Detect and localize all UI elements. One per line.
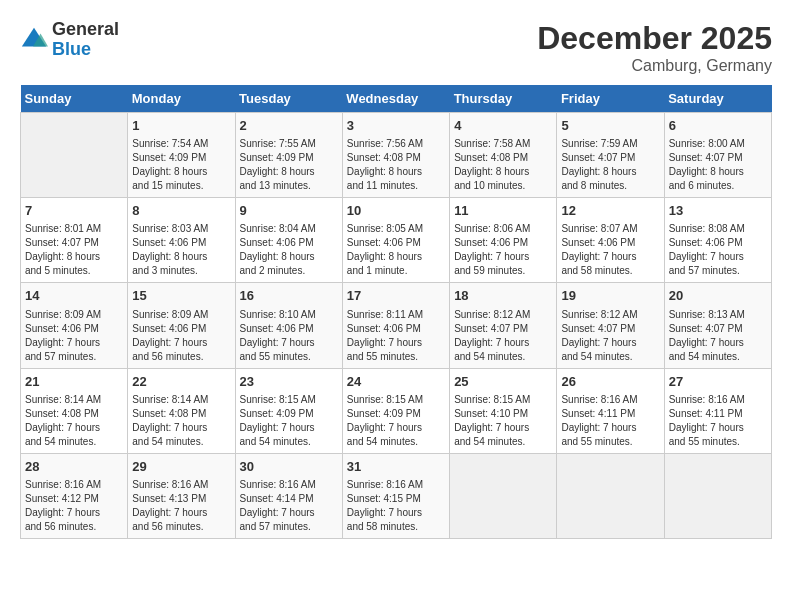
calendar-cell: 16Sunrise: 8:10 AMSunset: 4:06 PMDayligh… (235, 283, 342, 368)
day-info: Sunrise: 7:58 AMSunset: 4:08 PMDaylight:… (454, 137, 552, 193)
calendar-cell: 22Sunrise: 8:14 AMSunset: 4:08 PMDayligh… (128, 368, 235, 453)
day-info: Sunrise: 8:10 AMSunset: 4:06 PMDaylight:… (240, 308, 338, 364)
day-info: Sunrise: 7:55 AMSunset: 4:09 PMDaylight:… (240, 137, 338, 193)
day-number: 26 (561, 373, 659, 391)
calendar-header-cell: Thursday (450, 85, 557, 113)
calendar-cell: 26Sunrise: 8:16 AMSunset: 4:11 PMDayligh… (557, 368, 664, 453)
day-number: 27 (669, 373, 767, 391)
day-info: Sunrise: 8:07 AMSunset: 4:06 PMDaylight:… (561, 222, 659, 278)
calendar-cell: 2Sunrise: 7:55 AMSunset: 4:09 PMDaylight… (235, 113, 342, 198)
logo-icon (20, 26, 48, 54)
day-number: 8 (132, 202, 230, 220)
calendar-cell: 20Sunrise: 8:13 AMSunset: 4:07 PMDayligh… (664, 283, 771, 368)
calendar-cell: 10Sunrise: 8:05 AMSunset: 4:06 PMDayligh… (342, 198, 449, 283)
calendar-header-cell: Sunday (21, 85, 128, 113)
logo-line2: Blue (52, 40, 119, 60)
calendar-header-cell: Monday (128, 85, 235, 113)
calendar-header-cell: Saturday (664, 85, 771, 113)
location: Camburg, Germany (537, 57, 772, 75)
day-number: 3 (347, 117, 445, 135)
header: General Blue December 2025 Camburg, Germ… (20, 20, 772, 75)
month-title: December 2025 (537, 20, 772, 57)
day-info: Sunrise: 8:14 AMSunset: 4:08 PMDaylight:… (132, 393, 230, 449)
logo: General Blue (20, 20, 119, 60)
day-number: 31 (347, 458, 445, 476)
calendar-table: SundayMondayTuesdayWednesdayThursdayFrid… (20, 85, 772, 539)
day-number: 12 (561, 202, 659, 220)
day-number: 30 (240, 458, 338, 476)
day-number: 9 (240, 202, 338, 220)
day-info: Sunrise: 8:16 AMSunset: 4:11 PMDaylight:… (561, 393, 659, 449)
day-info: Sunrise: 8:04 AMSunset: 4:06 PMDaylight:… (240, 222, 338, 278)
day-number: 24 (347, 373, 445, 391)
calendar-week-row: 14Sunrise: 8:09 AMSunset: 4:06 PMDayligh… (21, 283, 772, 368)
calendar-cell: 11Sunrise: 8:06 AMSunset: 4:06 PMDayligh… (450, 198, 557, 283)
calendar-cell: 14Sunrise: 8:09 AMSunset: 4:06 PMDayligh… (21, 283, 128, 368)
day-number: 6 (669, 117, 767, 135)
calendar-cell (450, 453, 557, 538)
calendar-header-cell: Wednesday (342, 85, 449, 113)
day-info: Sunrise: 7:56 AMSunset: 4:08 PMDaylight:… (347, 137, 445, 193)
calendar-week-row: 28Sunrise: 8:16 AMSunset: 4:12 PMDayligh… (21, 453, 772, 538)
calendar-cell: 24Sunrise: 8:15 AMSunset: 4:09 PMDayligh… (342, 368, 449, 453)
calendar-cell: 3Sunrise: 7:56 AMSunset: 4:08 PMDaylight… (342, 113, 449, 198)
day-number: 29 (132, 458, 230, 476)
calendar-cell (21, 113, 128, 198)
day-info: Sunrise: 7:59 AMSunset: 4:07 PMDaylight:… (561, 137, 659, 193)
day-number: 16 (240, 287, 338, 305)
calendar-cell: 30Sunrise: 8:16 AMSunset: 4:14 PMDayligh… (235, 453, 342, 538)
day-info: Sunrise: 8:00 AMSunset: 4:07 PMDaylight:… (669, 137, 767, 193)
day-info: Sunrise: 8:09 AMSunset: 4:06 PMDaylight:… (25, 308, 123, 364)
calendar-cell: 21Sunrise: 8:14 AMSunset: 4:08 PMDayligh… (21, 368, 128, 453)
calendar-week-row: 21Sunrise: 8:14 AMSunset: 4:08 PMDayligh… (21, 368, 772, 453)
calendar-cell: 1Sunrise: 7:54 AMSunset: 4:09 PMDaylight… (128, 113, 235, 198)
day-info: Sunrise: 8:16 AMSunset: 4:11 PMDaylight:… (669, 393, 767, 449)
day-info: Sunrise: 8:03 AMSunset: 4:06 PMDaylight:… (132, 222, 230, 278)
day-info: Sunrise: 8:06 AMSunset: 4:06 PMDaylight:… (454, 222, 552, 278)
day-info: Sunrise: 8:08 AMSunset: 4:06 PMDaylight:… (669, 222, 767, 278)
calendar-cell: 13Sunrise: 8:08 AMSunset: 4:06 PMDayligh… (664, 198, 771, 283)
calendar-cell: 12Sunrise: 8:07 AMSunset: 4:06 PMDayligh… (557, 198, 664, 283)
day-info: Sunrise: 8:16 AMSunset: 4:12 PMDaylight:… (25, 478, 123, 534)
calendar-cell: 8Sunrise: 8:03 AMSunset: 4:06 PMDaylight… (128, 198, 235, 283)
calendar-cell: 5Sunrise: 7:59 AMSunset: 4:07 PMDaylight… (557, 113, 664, 198)
day-number: 4 (454, 117, 552, 135)
day-info: Sunrise: 8:14 AMSunset: 4:08 PMDaylight:… (25, 393, 123, 449)
day-number: 13 (669, 202, 767, 220)
day-info: Sunrise: 8:16 AMSunset: 4:14 PMDaylight:… (240, 478, 338, 534)
calendar-cell: 15Sunrise: 8:09 AMSunset: 4:06 PMDayligh… (128, 283, 235, 368)
title-area: December 2025 Camburg, Germany (537, 20, 772, 75)
calendar-cell (664, 453, 771, 538)
day-number: 21 (25, 373, 123, 391)
calendar-cell: 18Sunrise: 8:12 AMSunset: 4:07 PMDayligh… (450, 283, 557, 368)
day-info: Sunrise: 7:54 AMSunset: 4:09 PMDaylight:… (132, 137, 230, 193)
calendar-cell: 29Sunrise: 8:16 AMSunset: 4:13 PMDayligh… (128, 453, 235, 538)
day-number: 10 (347, 202, 445, 220)
calendar-cell: 6Sunrise: 8:00 AMSunset: 4:07 PMDaylight… (664, 113, 771, 198)
calendar-header-cell: Tuesday (235, 85, 342, 113)
day-info: Sunrise: 8:11 AMSunset: 4:06 PMDaylight:… (347, 308, 445, 364)
day-number: 2 (240, 117, 338, 135)
day-info: Sunrise: 8:16 AMSunset: 4:13 PMDaylight:… (132, 478, 230, 534)
calendar-cell: 23Sunrise: 8:15 AMSunset: 4:09 PMDayligh… (235, 368, 342, 453)
calendar-week-row: 7Sunrise: 8:01 AMSunset: 4:07 PMDaylight… (21, 198, 772, 283)
day-number: 11 (454, 202, 552, 220)
calendar-cell: 27Sunrise: 8:16 AMSunset: 4:11 PMDayligh… (664, 368, 771, 453)
calendar-header-row: SundayMondayTuesdayWednesdayThursdayFrid… (21, 85, 772, 113)
day-info: Sunrise: 8:01 AMSunset: 4:07 PMDaylight:… (25, 222, 123, 278)
calendar-cell: 17Sunrise: 8:11 AMSunset: 4:06 PMDayligh… (342, 283, 449, 368)
day-number: 25 (454, 373, 552, 391)
day-info: Sunrise: 8:15 AMSunset: 4:09 PMDaylight:… (347, 393, 445, 449)
day-number: 28 (25, 458, 123, 476)
day-number: 5 (561, 117, 659, 135)
calendar-body: 1Sunrise: 7:54 AMSunset: 4:09 PMDaylight… (21, 113, 772, 539)
calendar-week-row: 1Sunrise: 7:54 AMSunset: 4:09 PMDaylight… (21, 113, 772, 198)
calendar-cell: 31Sunrise: 8:16 AMSunset: 4:15 PMDayligh… (342, 453, 449, 538)
day-number: 23 (240, 373, 338, 391)
day-number: 15 (132, 287, 230, 305)
calendar-cell: 9Sunrise: 8:04 AMSunset: 4:06 PMDaylight… (235, 198, 342, 283)
day-number: 18 (454, 287, 552, 305)
day-info: Sunrise: 8:15 AMSunset: 4:10 PMDaylight:… (454, 393, 552, 449)
calendar-cell: 28Sunrise: 8:16 AMSunset: 4:12 PMDayligh… (21, 453, 128, 538)
calendar-cell (557, 453, 664, 538)
